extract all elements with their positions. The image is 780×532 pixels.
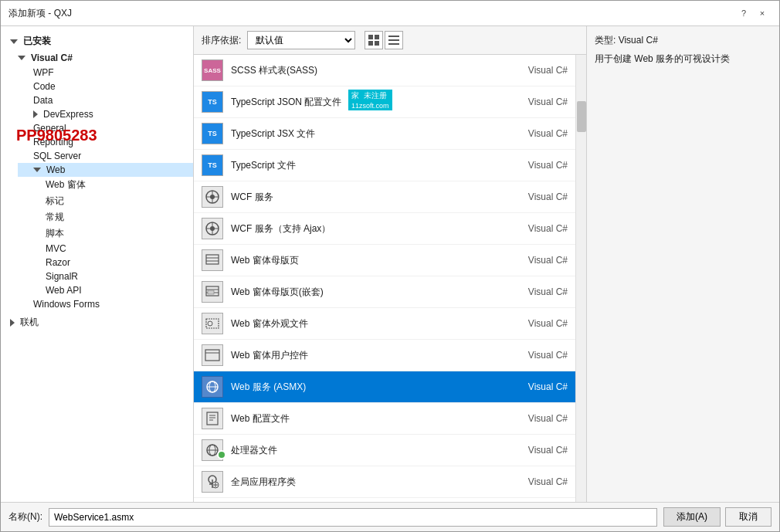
web-user-icon [202,344,223,366]
sort-select[interactable]: 默认值 [247,31,355,49]
grid-icon [368,35,379,46]
sidebar-item-jiaoben[interactable]: 脚本 [30,225,193,242]
item-type-scss: Visual C# [506,65,568,76]
scrollbar[interactable] [575,55,586,502]
list-item-web-master[interactable]: Web 窗体母版页 Visual C# [194,245,575,276]
list-item-web-skin[interactable]: Web 窗体外观文件 Visual C# [194,308,575,340]
sidebar-item-web[interactable]: Web [18,163,193,177]
item-type-wcf-ajax: Visual C# [506,223,568,234]
connected-expand-icon [10,319,15,327]
visual-cs-label: Visual C# [31,53,73,63]
title-bar: 添加新项 - QXJ ? × [1,1,779,26]
svg-rect-5 [388,39,399,41]
sidebar-item-sql-server[interactable]: SQL Server [18,149,193,163]
bottom-buttons: 添加(A) 取消 [663,507,772,527]
item-name-ts: TypeScript 文件 [231,159,498,172]
title-bar-left: 添加新项 - QXJ [8,7,72,20]
item-type-ts: Visual C# [506,160,568,171]
item-type-ts-json: Visual C# [506,97,568,107]
sidebar-item-web-api[interactable]: Web API [30,283,193,297]
svg-rect-4 [388,36,399,37]
list-item-ts[interactable]: TS TypeScript 文件 Visual C# [194,150,575,181]
visual-cs-expand-icon [18,56,25,60]
name-input[interactable] [49,508,657,527]
sidebar-item-windows-forms[interactable]: Windows Forms [18,297,193,311]
list-item-web-service[interactable]: Web 服务 (ASMX) Visual C# [194,371,575,403]
add-button[interactable]: 添加(A) [663,507,721,527]
list-item-ts-jsx[interactable]: TS TypeScript JSX 文件 Visual C# [194,118,575,150]
help-button[interactable]: ? [734,5,753,21]
ts-json-icon: TS [202,91,223,113]
list-view-button[interactable] [385,31,403,49]
sidebar-item-biaoji[interactable]: 标记 [30,193,193,209]
sidebar-item-signalr[interactable]: SignalR [30,269,193,283]
item-name-wcf-ajax: WCF 服务（支持 Ajax） [231,222,498,236]
sidebar-item-changgui[interactable]: 常规 [30,209,193,225]
ts-icon: TS [202,154,223,176]
close-button[interactable]: × [753,5,772,21]
list-item-handler[interactable]: 处理器文件 Visual C# [194,435,575,466]
web-skin-svg [205,316,220,331]
list-item-wcf[interactable]: WCF 服务 Visual C# [194,181,575,213]
list-item-wcf-ajax[interactable]: WCF 服务（支持 Ajax） Visual C# [194,213,575,245]
svg-point-23 [208,321,212,326]
cancel-button[interactable]: 取消 [725,507,772,527]
list-icon [388,35,399,46]
sidebar-installed[interactable]: 已安装 [1,32,193,50]
sidebar-item-data[interactable]: Data [18,93,193,107]
list-scroll-area: SASS SCSS 样式表(SASS) Visual C# TS TypeScr… [194,55,586,502]
sidebar-sub-items: WPF Code Data DevExpress General Reporti… [8,66,193,311]
list-item-ts-json[interactable]: TS TypeScript JSON 配置文件 家 未注册11zsoft.com… [194,86,575,118]
sidebar-web-sub: Web 窗体 标记 常规 脚本 MVC Razor SignalR Web AP… [18,177,193,297]
name-label: 名称(N): [8,510,42,524]
right-panel: 类型: Visual C# 用于创建 Web 服务的可视设计类 [586,26,779,502]
item-name-ts-json: TypeScript JSON 配置文件 [231,96,498,109]
item-type-handler: Visual C# [506,445,568,456]
sidebar-visual-cs[interactable]: Visual C# [8,50,193,66]
sidebar: PP9805283 已安装 Visual C# WPF Code Data De… [1,26,194,502]
web-master-nested-icon [202,281,223,303]
toolbar-icons [365,31,403,49]
sidebar-item-general[interactable]: General [18,121,193,135]
scrollbar-thumb [577,101,586,132]
item-name-ts-jsx: TypeScript JSX 文件 [231,127,498,141]
sidebar-connected[interactable]: 联机 [1,311,193,334]
toolbar: 排序依据: 默认值 [194,26,586,55]
list-item-web-user[interactable]: Web 窗体用户控件 Visual C# [194,340,575,371]
list-item-web-master-nested[interactable]: Web 窗体母版页(嵌套) Visual C# [194,276,575,308]
svg-rect-21 [208,290,214,294]
web-master-nested-svg [205,284,220,300]
sidebar-group: Visual C# WPF Code Data DevExpress Gener… [1,50,193,311]
devexpress-expand-icon [33,110,38,118]
web-user-svg [205,347,220,363]
svg-rect-29 [207,412,218,425]
item-name-web-skin: Web 窗体外观文件 [231,317,498,330]
item-name-web-master-nested: Web 窗体母版页(嵌套) [231,286,498,299]
item-name-wcf: WCF 服务 [231,191,498,204]
global-svg [205,474,220,490]
sidebar-item-devexpress[interactable]: DevExpress [18,107,193,121]
list-item-web-config[interactable]: Web 配置文件 Visual C# [194,403,575,435]
web-config-icon [202,408,223,429]
right-panel-description: 用于创建 Web 服务的可视设计类 [595,52,772,66]
list-item-global[interactable]: 全局应用程序类 Visual C# [194,466,575,498]
item-type-web-config: Visual C# [506,413,568,424]
main-content: PP9805283 已安装 Visual C# WPF Code Data De… [1,26,779,502]
grid-view-button[interactable] [365,31,383,49]
list-items-container: SASS SCSS 样式表(SASS) Visual C# TS TypeScr… [194,55,575,502]
item-name-web-user: Web 窗体用户控件 [231,349,498,362]
ts-jsx-icon: TS [202,123,223,144]
connected-label: 联机 [20,316,39,329]
wcf-ajax-svg [205,221,220,236]
sort-label: 排序依据: [202,34,241,47]
sidebar-item-web-forms[interactable]: Web 窗体 [30,177,193,193]
sidebar-item-razor[interactable]: Razor [30,256,193,269]
sidebar-item-mvc[interactable]: MVC [30,242,193,256]
right-panel-type: 类型: Visual C# [595,34,772,47]
sidebar-item-code[interactable]: Code [18,80,193,93]
sidebar-item-reporting[interactable]: Reporting [18,135,193,149]
item-type-ts-jsx: Visual C# [506,128,568,139]
list-item-scss[interactable]: SASS SCSS 样式表(SASS) Visual C# [194,55,575,86]
center-panel: 排序依据: 默认值 [194,26,586,502]
sidebar-item-wpf[interactable]: WPF [18,66,193,80]
